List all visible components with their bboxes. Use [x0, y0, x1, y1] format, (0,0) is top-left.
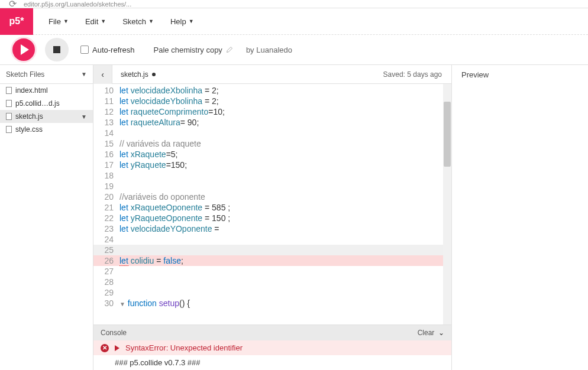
editor-topbar: ‹ sketch.js Saved: 5 days ago	[93, 65, 451, 84]
clear-button[interactable]: Clear	[418, 329, 435, 337]
code-content[interactable]: let velocidadeXbolinha = 2; let velocida…	[117, 84, 451, 324]
chevron-down-icon: ▼	[148, 18, 154, 24]
file-icon	[6, 126, 12, 133]
console-log-row: ### p5.collide v0.7.3 ###	[93, 355, 451, 370]
file-item-sketch[interactable]: sketch.js▼	[0, 110, 93, 123]
console-body: ✕ SyntaxError: Unexpected identifier ###…	[93, 340, 451, 370]
stop-icon	[53, 46, 60, 53]
code-editor[interactable]: 1011121314151617181920212223242526272829…	[93, 84, 451, 324]
file-item-collide[interactable]: p5.collid…d.js	[0, 97, 93, 110]
editor-column: ‹ sketch.js Saved: 5 days ago 1011121314…	[93, 65, 452, 370]
chevron-down-icon: ▼	[63, 18, 69, 24]
chevron-down-icon: ▼	[101, 18, 106, 24]
collapse-sidebar-button[interactable]: ‹	[93, 65, 112, 84]
url-text: editor.p5js.org/Luanaledo/sketches/...	[24, 1, 131, 8]
play-button[interactable]	[11, 37, 37, 63]
menu-sketch[interactable]: Sketch▼	[114, 14, 162, 30]
expand-icon[interactable]	[115, 345, 119, 351]
menu: File▼ Edit▼ Sketch▼ Help▼	[40, 14, 202, 30]
console-actions: Clear ⌄	[418, 329, 444, 337]
menu-edit[interactable]: Edit▼	[77, 14, 114, 30]
error-icon: ✕	[101, 344, 109, 352]
console-header[interactable]: Console Clear ⌄	[93, 325, 451, 340]
browser-address-bar: ⟳ editor.p5js.org/Luanaledo/sketches/...	[0, 0, 588, 8]
author-label: by Luanaledo	[246, 46, 292, 54]
toolbar: Auto-refresh Pale chemistry copy by Luan…	[0, 35, 588, 64]
reload-icon[interactable]: ⟳	[9, 0, 17, 8]
menu-file[interactable]: File▼	[40, 14, 77, 30]
chevron-down-icon[interactable]: ⌄	[438, 329, 444, 337]
scrollbar-track[interactable]	[443, 84, 451, 324]
checkbox-icon[interactable]	[80, 46, 89, 54]
pencil-icon[interactable]	[226, 46, 233, 53]
file-tab[interactable]: sketch.js	[112, 70, 164, 79]
console: Console Clear ⌄ ✕ SyntaxError: Unexpecte…	[93, 324, 451, 370]
chevron-down-icon: ▼	[189, 18, 194, 24]
auto-refresh-toggle[interactable]: Auto-refresh	[80, 46, 135, 54]
error-message: SyntaxError: Unexpected identifier	[125, 343, 243, 352]
file-item-index[interactable]: index.html	[0, 84, 93, 97]
chevron-down-icon[interactable]: ▼	[81, 71, 87, 77]
preview-header: Preview	[452, 65, 588, 84]
file-icon	[6, 113, 12, 120]
unsaved-dot-icon	[152, 73, 156, 76]
stop-button[interactable]	[45, 38, 69, 61]
chevron-down-icon[interactable]: ▼	[81, 113, 87, 120]
play-icon	[21, 44, 29, 55]
saved-status: Saved: 5 days ago	[383, 70, 451, 79]
sidebar-header[interactable]: Sketch Files ▼	[0, 65, 93, 84]
sketch-name[interactable]: Pale chemistry copy	[154, 46, 233, 54]
menu-help[interactable]: Help▼	[162, 14, 202, 30]
file-icon	[6, 87, 12, 94]
file-icon	[6, 100, 12, 107]
file-item-style[interactable]: style.css	[0, 123, 93, 136]
main-area: Sketch Files ▼ index.html p5.collid…d.js…	[0, 64, 588, 370]
fold-marker-icon[interactable]: ▼	[119, 301, 125, 307]
scrollbar-thumb[interactable]	[444, 102, 451, 167]
top-menu-bar: p5* File▼ Edit▼ Sketch▼ Help▼	[0, 8, 588, 35]
line-gutter: 1011121314151617181920212223242526272829…	[93, 84, 117, 324]
sidebar: Sketch Files ▼ index.html p5.collid…d.js…	[0, 65, 93, 370]
p5-logo[interactable]: p5*	[0, 8, 33, 35]
preview-column: Preview	[452, 65, 588, 370]
auto-refresh-label: Auto-refresh	[92, 46, 135, 54]
console-error-row[interactable]: ✕ SyntaxError: Unexpected identifier	[93, 340, 451, 355]
console-title: Console	[101, 329, 127, 337]
